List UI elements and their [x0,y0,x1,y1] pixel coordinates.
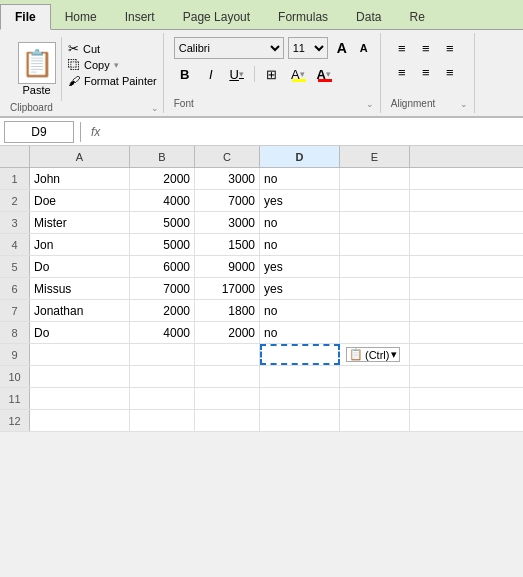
tab-home[interactable]: Home [51,5,111,29]
format-painter-action[interactable]: 🖌 Format Painter [68,74,157,88]
font-color-button[interactable]: A ▾ [313,63,335,85]
cell-a3[interactable]: Mister [30,212,130,233]
col-header-a[interactable]: A [30,146,130,167]
cell-a8[interactable]: Do [30,322,130,343]
cell-b5[interactable]: 6000 [130,256,195,277]
cell-e6[interactable] [340,278,410,299]
col-header-e[interactable]: E [340,146,410,167]
cell-a9[interactable] [30,344,130,365]
cell-d11[interactable] [260,388,340,409]
cell-e8[interactable] [340,322,410,343]
tab-re[interactable]: Re [395,5,438,29]
cell-d1[interactable]: no [260,168,340,189]
cell-c5[interactable]: 9000 [195,256,260,277]
cell-e4[interactable] [340,234,410,255]
bold-button[interactable]: B [174,63,196,85]
cell-b1[interactable]: 2000 [130,168,195,189]
tab-file[interactable]: File [0,4,51,30]
cell-c1[interactable]: 3000 [195,168,260,189]
tab-page-layout[interactable]: Page Layout [169,5,264,29]
copy-action[interactable]: ⿻ Copy ▾ [68,58,157,72]
align-left-button[interactable]: ≡ [391,61,413,83]
cell-a12[interactable] [30,410,130,431]
copy-dropdown-icon[interactable]: ▾ [114,60,119,70]
cell-a6[interactable]: Missus [30,278,130,299]
cell-b9[interactable] [130,344,195,365]
cell-b7[interactable]: 2000 [130,300,195,321]
underline-button[interactable]: U ▾ [226,63,248,85]
align-bottom-button[interactable]: ≡ [439,37,461,59]
cell-e9[interactable]: 📋 (Ctrl) ▾ [340,344,410,365]
font-size-select[interactable]: 11 [288,37,328,59]
font-shrink-button[interactable]: A [354,38,374,58]
col-header-b[interactable]: B [130,146,195,167]
clipboard-expand-icon[interactable]: ⌄ [151,103,159,113]
cell-d9[interactable] [260,344,340,365]
cell-a2[interactable]: Doe [30,190,130,211]
cell-a11[interactable] [30,388,130,409]
cell-e11[interactable] [340,388,410,409]
cell-d2[interactable]: yes [260,190,340,211]
cell-d5[interactable]: yes [260,256,340,277]
cell-e1[interactable] [340,168,410,189]
cell-reference-box[interactable]: D9 [4,121,74,143]
cell-b11[interactable] [130,388,195,409]
cell-b12[interactable] [130,410,195,431]
cell-a7[interactable]: Jonathan [30,300,130,321]
cell-d12[interactable] [260,410,340,431]
cell-d7[interactable]: no [260,300,340,321]
tab-formulas[interactable]: Formulas [264,5,342,29]
border-button[interactable]: ⊞ [261,63,283,85]
cell-b10[interactable] [130,366,195,387]
cell-a5[interactable]: Do [30,256,130,277]
cell-e10[interactable] [340,366,410,387]
fill-dropdown[interactable]: ▾ [300,69,305,79]
underline-dropdown[interactable]: ▾ [239,69,244,79]
font-grow-button[interactable]: A [332,38,352,58]
cell-c9[interactable] [195,344,260,365]
cell-b2[interactable]: 4000 [130,190,195,211]
cell-b8[interactable]: 4000 [130,322,195,343]
align-center-button[interactable]: ≡ [415,61,437,83]
cell-b6[interactable]: 7000 [130,278,195,299]
font-expand-icon[interactable]: ⌄ [366,99,374,109]
cell-d8[interactable]: no [260,322,340,343]
paste-button[interactable]: 📋 Paste [12,37,62,101]
cell-d6[interactable]: yes [260,278,340,299]
col-header-d[interactable]: D [260,146,340,167]
cell-b4[interactable]: 5000 [130,234,195,255]
cell-d4[interactable]: no [260,234,340,255]
tab-insert[interactable]: Insert [111,5,169,29]
align-right-button[interactable]: ≡ [439,61,461,83]
tab-data[interactable]: Data [342,5,395,29]
cell-c3[interactable]: 3000 [195,212,260,233]
cell-d10[interactable] [260,366,340,387]
cell-d3[interactable]: no [260,212,340,233]
cell-e3[interactable] [340,212,410,233]
cell-b3[interactable]: 5000 [130,212,195,233]
cell-c12[interactable] [195,410,260,431]
col-header-c[interactable]: C [195,146,260,167]
cell-e2[interactable] [340,190,410,211]
cell-a10[interactable] [30,366,130,387]
cell-e5[interactable] [340,256,410,277]
formula-input[interactable] [108,121,519,143]
cell-c2[interactable]: 7000 [195,190,260,211]
cell-a4[interactable]: Jon [30,234,130,255]
cut-action[interactable]: ✂ Cut [68,41,157,56]
cell-c6[interactable]: 17000 [195,278,260,299]
cell-c10[interactable] [195,366,260,387]
cell-a1[interactable]: John [30,168,130,189]
paste-ctrl-button[interactable]: 📋 (Ctrl) ▾ [346,347,400,362]
fx-button[interactable]: fx [87,125,104,139]
font-color-dropdown[interactable]: ▾ [326,69,331,79]
cell-e7[interactable] [340,300,410,321]
align-top-button[interactable]: ≡ [391,37,413,59]
alignment-expand-icon[interactable]: ⌄ [460,99,468,109]
font-name-select[interactable]: Calibri [174,37,284,59]
cell-e12[interactable] [340,410,410,431]
cell-c11[interactable] [195,388,260,409]
cell-c7[interactable]: 1800 [195,300,260,321]
align-middle-button[interactable]: ≡ [415,37,437,59]
cell-c8[interactable]: 2000 [195,322,260,343]
